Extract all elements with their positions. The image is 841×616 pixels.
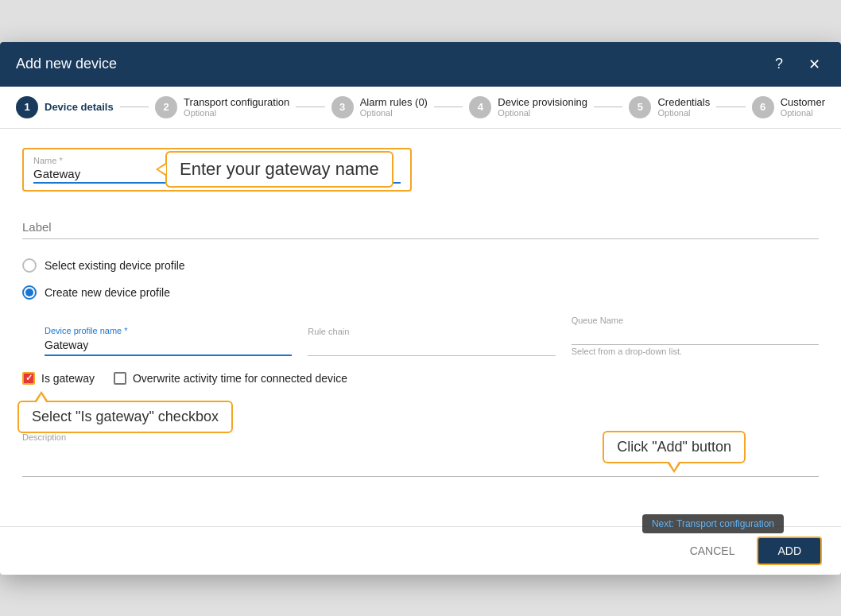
radio-group: Select existing device profile Create ne… (22, 258, 819, 300)
close-button[interactable]: ✕ (803, 53, 825, 76)
step-4[interactable]: 4 Device provisioning Optional (469, 96, 587, 118)
step-4-label: Device provisioning Optional (498, 96, 587, 118)
rule-chain-label: Rule chain (308, 327, 555, 336)
is-gateway-tooltip-arrow (35, 391, 48, 401)
step-5-sub: Optional (657, 108, 710, 118)
rule-chain-field: Rule chain (308, 327, 555, 356)
help-button[interactable]: ? (768, 53, 790, 76)
checkbox-section: ✓ Is gateway Overwrite activity time for… (22, 372, 819, 385)
profile-name-field: Device profile name * (45, 326, 292, 356)
step-3-number: 3 (331, 96, 354, 118)
overwrite-checkbox-item[interactable]: Overwrite activity time for connected de… (114, 372, 347, 385)
radio-existing-option[interactable]: Select existing device profile (22, 258, 819, 273)
is-gateway-checkbox-item[interactable]: ✓ Is gateway (22, 372, 95, 385)
step-2-sub: Optional (184, 108, 289, 118)
description-label: Description (22, 432, 819, 442)
queue-name-field: Queue Name Select from a drop-down list. (572, 316, 819, 356)
dialog-title: Add new device (16, 56, 117, 72)
profile-fields-row: Device profile name * Rule chain Queue N… (45, 316, 819, 356)
step-5-title: Credentials (657, 96, 710, 108)
header-icons: ? ✕ (768, 53, 825, 76)
dialog-content: Name * Enter your gateway name Select ex… (0, 129, 841, 526)
name-input[interactable] (33, 167, 401, 184)
stepper: 1 Device details 2 Transport configurati… (0, 87, 841, 129)
rule-chain-input[interactable] (308, 338, 555, 356)
checkbox-row: ✓ Is gateway Overwrite activity time for… (22, 372, 819, 385)
step-6-number: 6 (752, 96, 774, 118)
step-1[interactable]: 1 Device details (16, 96, 114, 118)
add-button[interactable]: Add (757, 537, 822, 565)
connector-3 (434, 107, 463, 107)
step-4-title: Device provisioning (498, 96, 587, 108)
add-device-dialog: Add new device ? ✕ 1 Device details 2 Tr… (0, 42, 841, 575)
overwrite-checkbox[interactable] (114, 372, 126, 385)
next-tooltip-wrapper: Next: Transport configuration (642, 514, 784, 533)
profile-name-input[interactable] (45, 337, 292, 356)
radio-create-option[interactable]: Create new device profile (22, 285, 819, 300)
step-3-sub: Optional (360, 108, 428, 118)
step-6-title: Customer (781, 96, 825, 108)
queue-name-input[interactable] (572, 327, 819, 345)
step-6-sub: Optional (781, 108, 825, 118)
name-field-section: Name * Enter your gateway name (22, 148, 819, 192)
radio-dot (25, 289, 33, 296)
step-3-title: Alarm rules (0) (360, 96, 428, 108)
connector-5 (716, 107, 745, 107)
is-gateway-tooltip-bubble: Select "Is gateway" checkbox (17, 401, 233, 433)
step-5[interactable]: 5 Credentials Optional (629, 96, 710, 118)
dialog-header: Add new device ? ✕ (0, 42, 841, 87)
name-field-wrapper: Name * (22, 148, 412, 192)
connector-4 (594, 107, 622, 107)
radio-create-circle (22, 285, 37, 300)
step-1-number: 1 (16, 96, 38, 118)
step-4-number: 4 (469, 96, 491, 118)
step-6-label: Customer Optional (781, 96, 825, 118)
step-2-number: 2 (155, 96, 177, 118)
step-6[interactable]: 6 Customer Optional (752, 96, 825, 118)
connector-1 (120, 107, 149, 107)
description-textarea[interactable] (22, 445, 819, 477)
connector-2 (296, 107, 324, 107)
is-gateway-label: Is gateway (41, 372, 95, 385)
step-3[interactable]: 3 Alarm rules (0) Optional (331, 96, 428, 118)
step-2-label: Transport configuration Optional (184, 96, 289, 118)
label-input[interactable] (22, 217, 819, 239)
radio-existing-circle (22, 258, 37, 273)
is-gateway-tooltip-arrow-inner (37, 394, 46, 402)
radio-existing-label: Select existing device profile (45, 259, 185, 272)
queue-name-hint: Select from a drop-down list. (572, 347, 819, 356)
next-transport-tooltip: Next: Transport configuration (642, 514, 784, 533)
step-2-title: Transport configuration (184, 96, 289, 108)
step-1-title: Device details (45, 101, 114, 113)
step-1-label: Device details (45, 101, 114, 113)
overwrite-label: Overwrite activity time for connected de… (133, 372, 347, 385)
queue-name-label: Queue Name (572, 316, 819, 325)
step-4-sub: Optional (498, 108, 587, 118)
step-5-label: Credentials Optional (657, 96, 710, 118)
step-2[interactable]: 2 Transport configuration Optional (155, 96, 289, 118)
step-5-number: 5 (629, 96, 651, 118)
is-gateway-tooltip-text: Select "Is gateway" checkbox (32, 409, 219, 424)
label-field-wrapper (22, 217, 819, 239)
cancel-button[interactable]: Cancel (677, 538, 748, 564)
radio-create-label: Create new device profile (45, 286, 170, 299)
step-3-label: Alarm rules (0) Optional (360, 96, 428, 118)
description-section: Description (22, 432, 819, 480)
check-mark: ✓ (25, 373, 33, 383)
profile-name-label: Device profile name * (45, 326, 292, 335)
dialog-footer: Click "Add" button Next: Transport confi… (0, 526, 841, 575)
is-gateway-checkbox[interactable]: ✓ (22, 372, 35, 385)
name-label: Name * (33, 156, 401, 165)
